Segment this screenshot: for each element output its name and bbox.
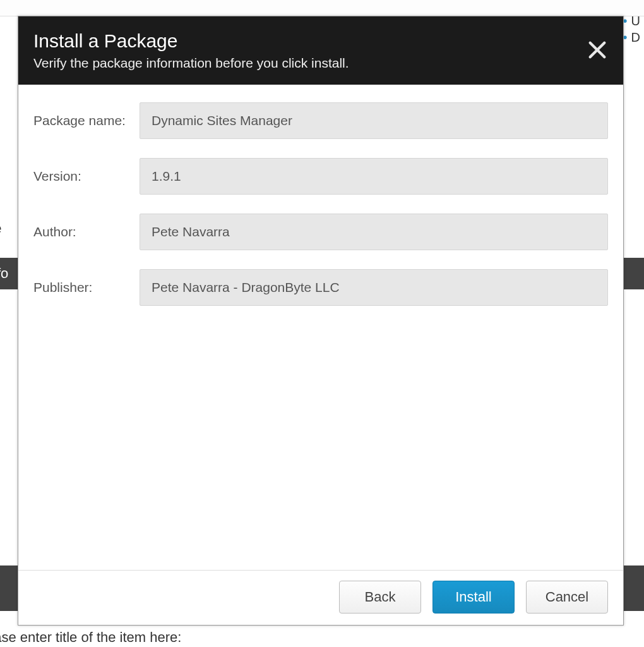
label-publisher: Publisher:: [33, 280, 140, 295]
label-version: Version:: [33, 169, 140, 184]
field-version: Version: 1.9.1: [33, 158, 608, 195]
bg-frag-we: We: [0, 221, 2, 237]
field-publisher: Publisher: Pete Navarra - DragonByte LLC: [33, 269, 608, 306]
bg-link-d[interactable]: D: [623, 29, 640, 45]
modal-title: Install a Package: [33, 30, 608, 52]
install-button[interactable]: Install: [432, 581, 515, 614]
label-author: Author:: [33, 224, 140, 239]
cancel-button[interactable]: Cancel: [526, 581, 608, 614]
modal-body: Package name: Dynamic Sites Manager Vers…: [18, 85, 623, 570]
install-package-modal: Install a Package Verify the package inf…: [18, 16, 624, 626]
label-package-name: Package name:: [33, 113, 140, 128]
value-package-name: Dynamic Sites Manager: [140, 102, 608, 139]
value-version: 1.9.1: [140, 158, 608, 195]
close-icon[interactable]: [587, 39, 608, 61]
field-author: Author: Pete Navarra: [33, 214, 608, 250]
value-publisher: Pete Navarra - DragonByte LLC: [140, 269, 608, 306]
bg-link-u[interactable]: U: [623, 13, 640, 29]
value-author: Pete Navarra: [140, 214, 608, 250]
bg-topright-links: U D: [623, 13, 640, 45]
modal-subtitle: Verify the package information before yo…: [33, 56, 608, 71]
back-button[interactable]: Back: [339, 581, 421, 614]
bg-frag-m: me: [0, 370, 1, 386]
modal-header: Install a Package Verify the package inf…: [18, 16, 623, 85]
bg-topbar: [0, 0, 644, 16]
modal-footer: Back Install Cancel: [18, 570, 623, 625]
bg-enter-title-label: ease enter title of the item here:: [0, 629, 181, 646]
field-package-name: Package name: Dynamic Sites Manager: [33, 102, 608, 139]
